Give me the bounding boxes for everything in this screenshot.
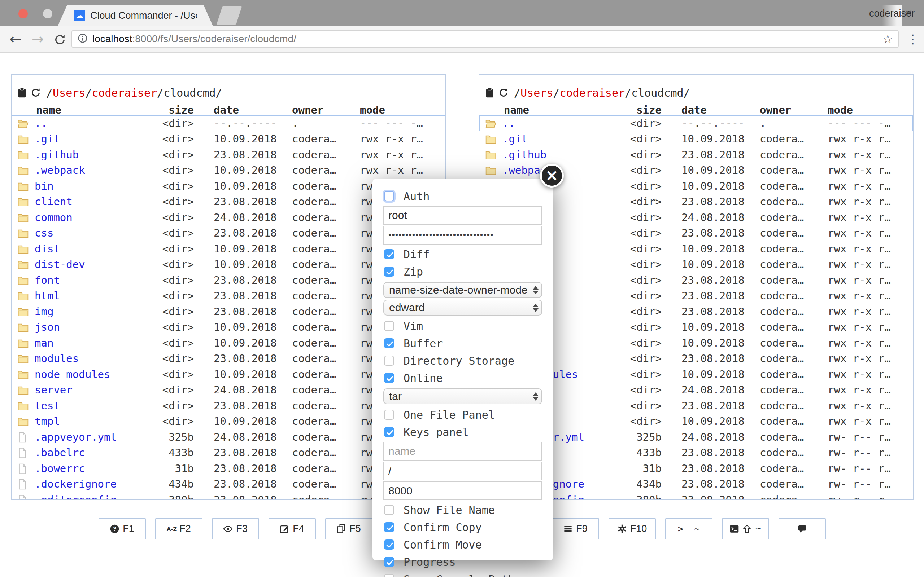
url-bar[interactable]: localhost:8000/fs/Users/coderaiser/cloud… bbox=[71, 30, 899, 48]
auth-checkbox[interactable] bbox=[384, 191, 394, 201]
file-name[interactable]: .git bbox=[35, 133, 149, 145]
port-field[interactable] bbox=[383, 482, 542, 500]
file-name[interactable]: node_modules bbox=[35, 368, 149, 380]
file-name[interactable]: tmpl bbox=[35, 415, 149, 427]
column-name[interactable]: name bbox=[35, 104, 149, 116]
info-icon[interactable] bbox=[77, 33, 88, 45]
file-name[interactable]: modules bbox=[35, 352, 149, 364]
view-button[interactable]: F3 bbox=[212, 518, 259, 540]
file-row[interactable]: ..<dir>--.--.----.--- --- -… bbox=[479, 115, 913, 131]
file-name[interactable]: common bbox=[35, 211, 149, 224]
file-name[interactable]: .appveyor.yml bbox=[35, 431, 149, 443]
diff-checkbox[interactable] bbox=[384, 249, 394, 259]
column-mode[interactable]: mode bbox=[828, 104, 913, 116]
file-name[interactable]: dist bbox=[35, 243, 149, 255]
vim-checkbox[interactable] bbox=[384, 321, 394, 331]
config-button[interactable]: F10 bbox=[609, 518, 656, 540]
browser-profile-name[interactable]: coderaiser bbox=[869, 8, 914, 19]
column-date[interactable]: date bbox=[662, 104, 760, 116]
buffer-checkbox[interactable] bbox=[384, 338, 394, 348]
file-name[interactable]: dist-dev bbox=[35, 258, 149, 271]
refresh-icon[interactable] bbox=[30, 87, 41, 98]
clipboard-icon[interactable] bbox=[485, 87, 495, 98]
file-name[interactable]: server bbox=[35, 384, 149, 396]
column-name[interactable]: name bbox=[502, 104, 617, 116]
password-field[interactable] bbox=[383, 226, 542, 245]
file-name[interactable]: .babelrc bbox=[35, 446, 149, 459]
file-name[interactable]: .editorconfig bbox=[35, 494, 149, 499]
browser-menu-icon[interactable]: ⋮ bbox=[907, 32, 919, 46]
prefix-field[interactable] bbox=[383, 462, 542, 480]
file-name[interactable]: bin bbox=[35, 180, 149, 192]
username-field[interactable] bbox=[383, 206, 542, 225]
menu-button[interactable]: F9 bbox=[552, 518, 599, 540]
back-icon[interactable]: ← bbox=[10, 32, 22, 46]
browser-tab[interactable]: ☁ Cloud Commander - /Users/co bbox=[58, 5, 213, 26]
file-name[interactable]: html bbox=[35, 290, 149, 302]
clipboard-icon[interactable] bbox=[16, 87, 27, 98]
file-name[interactable]: .github bbox=[502, 148, 617, 161]
forward-icon[interactable]: → bbox=[32, 32, 44, 46]
progress-checkbox[interactable] bbox=[384, 557, 394, 567]
one-file-panel-checkbox[interactable] bbox=[384, 410, 394, 420]
file-name[interactable]: .dockerignore bbox=[35, 478, 149, 490]
packer-select[interactable]: tar bbox=[383, 388, 542, 404]
file-row[interactable]: .git<dir>10.09.2018codera…rwx r-x r… bbox=[11, 131, 446, 147]
file-row[interactable]: .webpack<dir>10.09.2018codera…rwx r-x r… bbox=[11, 163, 446, 179]
file-row[interactable]: .github<dir>23.08.2018codera…rwx r-x r… bbox=[479, 147, 913, 163]
keys-panel-checkbox[interactable] bbox=[384, 427, 394, 437]
file-name[interactable]: .. bbox=[502, 117, 617, 129]
file-row[interactable]: ..<dir>--.--.----.--- --- -… bbox=[11, 115, 446, 131]
terminal-button[interactable]: ~ bbox=[722, 518, 769, 540]
refresh-icon[interactable] bbox=[498, 87, 509, 98]
current-path[interactable]: /Users/coderaiser/cloudcmd/ bbox=[514, 87, 690, 99]
file-name[interactable]: img bbox=[35, 305, 149, 318]
show-file-name-checkbox[interactable] bbox=[384, 505, 394, 515]
zip-checkbox[interactable] bbox=[384, 266, 394, 277]
help-button[interactable]: ?F1 bbox=[99, 518, 146, 540]
file-name[interactable]: .github bbox=[35, 148, 149, 161]
file-name[interactable]: .git bbox=[502, 133, 617, 145]
column-mode[interactable]: mode bbox=[360, 104, 446, 116]
edit-button[interactable]: F4 bbox=[268, 518, 316, 540]
minimize-window-button[interactable] bbox=[43, 9, 52, 18]
path-segment[interactable]: Users bbox=[520, 87, 553, 99]
name-field[interactable] bbox=[383, 442, 542, 461]
confirm-move-checkbox[interactable] bbox=[384, 540, 394, 550]
sync-console-path-checkbox[interactable] bbox=[384, 574, 394, 577]
reload-icon[interactable] bbox=[53, 33, 66, 48]
file-name[interactable]: json bbox=[35, 321, 149, 333]
new-tab-button[interactable] bbox=[216, 6, 242, 24]
column-size[interactable]: size bbox=[149, 104, 194, 116]
rename-button[interactable]: A-ZF2 bbox=[155, 518, 202, 540]
editor-select[interactable]: edward bbox=[383, 300, 542, 316]
column-size[interactable]: size bbox=[617, 104, 662, 116]
copy-button[interactable]: F5 bbox=[325, 518, 373, 540]
bookmark-star-icon[interactable]: ☆ bbox=[882, 32, 893, 46]
file-name[interactable]: .bowerrc bbox=[35, 462, 149, 475]
file-name[interactable]: .. bbox=[35, 117, 149, 129]
file-row[interactable]: .github<dir>23.08.2018codera…rwx r-x r… bbox=[11, 147, 446, 163]
file-name[interactable]: client bbox=[35, 195, 149, 208]
column-owner[interactable]: owner bbox=[760, 104, 828, 116]
file-name[interactable]: font bbox=[35, 274, 149, 286]
close-window-button[interactable] bbox=[18, 9, 28, 18]
dialog-close-icon[interactable]: × bbox=[540, 164, 564, 187]
directory-storage-checkbox[interactable] bbox=[384, 356, 394, 366]
file-name[interactable]: man bbox=[35, 337, 149, 349]
column-date[interactable]: date bbox=[194, 104, 292, 116]
current-path[interactable]: /Users/coderaiser/cloudcmd/ bbox=[46, 87, 222, 99]
path-segment[interactable]: coderaiser bbox=[559, 87, 625, 99]
column-owner[interactable]: owner bbox=[292, 104, 360, 116]
console-button[interactable]: >_ ~ bbox=[665, 518, 712, 540]
file-name[interactable]: css bbox=[35, 227, 149, 239]
file-name[interactable]: test bbox=[35, 400, 149, 412]
chat-button[interactable] bbox=[779, 518, 826, 540]
path-segment[interactable]: Users bbox=[53, 87, 85, 99]
online-checkbox[interactable] bbox=[384, 373, 394, 383]
columns-select[interactable]: name-size-date-owner-mode bbox=[383, 282, 542, 298]
file-row[interactable]: .git<dir>10.09.2018codera…rwx r-x r… bbox=[479, 131, 913, 147]
path-segment[interactable]: coderaiser bbox=[92, 87, 157, 99]
file-name[interactable]: .webpack bbox=[35, 164, 149, 176]
confirm-copy-checkbox[interactable] bbox=[384, 522, 394, 532]
